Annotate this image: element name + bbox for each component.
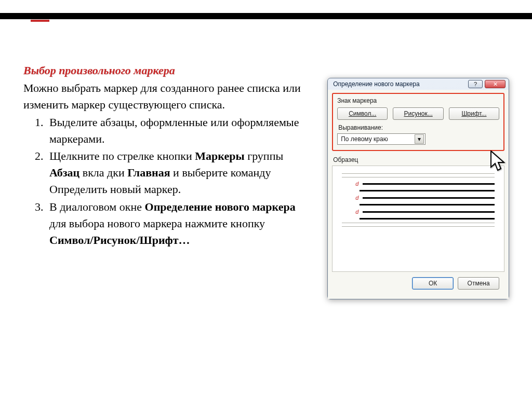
alignment-label: Выравнивание:: [338, 124, 499, 131]
marker-buttons-row: Символ... Рисунок... Шрифт...: [337, 107, 499, 120]
marker-sign-label: Знак маркера: [337, 97, 499, 104]
preview-bullet-row: [342, 204, 495, 205]
dialog-titlebar[interactable]: Определение нового маркера ? ✕: [328, 78, 509, 90]
preview-line: [363, 183, 495, 185]
cursor-arrow-icon: [489, 150, 508, 174]
step-3: В диалоговом окне Определение нового мар…: [46, 199, 307, 249]
marker-sign-fieldset: Знак маркера Символ... Рисунок... Шрифт.…: [332, 93, 504, 151]
preview-line: [360, 218, 495, 219]
step-2: Щелкните по стрелке кнопки Маркеры групп…: [46, 148, 307, 198]
close-button[interactable]: ✕: [485, 80, 506, 88]
window-controls: ? ✕: [468, 80, 506, 88]
step-2-markery: Маркеры: [195, 149, 244, 162]
heading: Выбор произвольного маркера: [23, 62, 307, 79]
dialog-footer: ОК Отмена: [332, 272, 504, 295]
step-1: Выделите абзацы, оформленные или оформля…: [46, 114, 307, 147]
step-3-c: для выбора нового маркера нажмите кнопку: [49, 217, 265, 230]
step-2-c: группы: [245, 149, 284, 162]
text-column: Выбор произвольного маркера Можно выбрат…: [23, 62, 307, 299]
slide-content: Выбор произвольного маркера Можно выбрат…: [23, 62, 511, 299]
alignment-combobox[interactable]: По левому краю ▾: [337, 133, 425, 145]
chevron-down-icon[interactable]: ▾: [415, 134, 424, 144]
preview-line: [342, 177, 495, 177]
font-button[interactable]: Шрифт...: [449, 107, 499, 120]
step-3-definition: Определение нового маркера: [145, 200, 296, 213]
preview-line: [342, 173, 495, 174]
divider-top: [0, 13, 532, 19]
accent-mark: [31, 20, 49, 22]
bullet-icon: d: [355, 195, 358, 201]
ok-button[interactable]: ОК: [412, 277, 454, 290]
step-3-buttons: Символ/Рисунок/Шрифт…: [49, 234, 190, 246]
steps-list: Выделите абзацы, оформленные или оформля…: [35, 114, 307, 249]
preview-bullet-row: d: [342, 195, 495, 201]
cancel-button[interactable]: Отмена: [458, 277, 499, 290]
intro-text: Можно выбрать маркер для созданного ране…: [23, 80, 307, 113]
preview-box: d d d: [332, 166, 504, 272]
preview-line: [342, 226, 495, 227]
help-button[interactable]: ?: [468, 80, 483, 88]
alignment-value: По левому краю: [341, 135, 388, 143]
preview-bullet-row: d: [342, 181, 495, 187]
preview-line: [363, 211, 495, 213]
dialog-column: Определение нового маркера ? ✕ Знак марк…: [327, 78, 511, 299]
step-2-glavnaya: Главная: [127, 166, 170, 179]
preview-label: Образец: [333, 156, 504, 163]
step-2-d: вкла дки: [79, 166, 127, 179]
dialog-title: Определение нового маркера: [331, 80, 420, 88]
preview-bullet-row: [342, 218, 495, 219]
symbol-button[interactable]: Символ...: [337, 107, 388, 120]
step-2-abzac: Абзац: [49, 166, 79, 179]
step-3-a: В диалоговом окне: [49, 200, 145, 213]
bullet-icon: d: [355, 209, 358, 215]
preview-bullet-row: [342, 190, 495, 191]
step-2-a: Щелкните по стрелке кнопки: [49, 149, 195, 162]
picture-button[interactable]: Рисунок...: [393, 107, 443, 120]
bullet-icon: d: [355, 181, 358, 187]
dialog-body: Знак маркера Символ... Рисунок... Шрифт.…: [328, 90, 509, 299]
preview-line: [342, 223, 495, 223]
preview-line: [360, 190, 495, 191]
define-bullet-dialog: Определение нового маркера ? ✕ Знак марк…: [327, 78, 509, 299]
preview-line: [360, 204, 495, 205]
preview-bullet-row: d: [342, 209, 495, 215]
step-1-text: Выделите абзацы, оформленные или оформля…: [49, 116, 299, 145]
preview-line: [363, 197, 495, 199]
